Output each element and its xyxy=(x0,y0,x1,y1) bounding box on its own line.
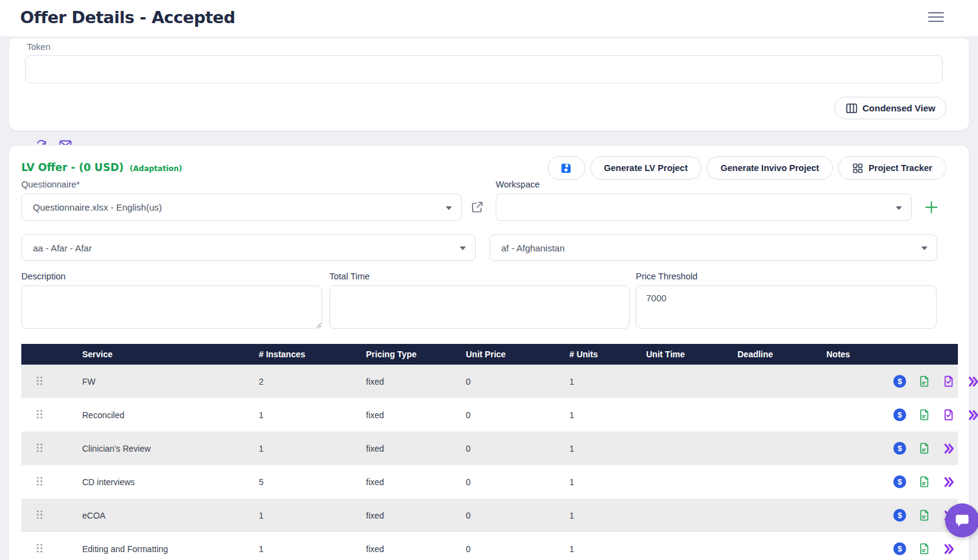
unit-price-cell: 0 xyxy=(466,544,569,554)
questionnaire-label: Questionnaire* xyxy=(21,180,80,189)
save-icon xyxy=(560,162,572,175)
questionnaire-value: Questionnaire.xlsx - English(us) xyxy=(33,202,162,212)
workspace-select[interactable] xyxy=(496,194,912,221)
pricing-type-cell: fixed xyxy=(366,477,466,487)
add-workspace-icon[interactable] xyxy=(924,200,939,217)
chat-fab-button[interactable] xyxy=(945,503,978,537)
units-cell: 1 xyxy=(569,377,646,387)
service-cell: eCOA xyxy=(82,511,259,520)
table-row: Editing and Formatting 1 fixed 0 1 xyxy=(21,532,958,560)
unit-price-cell: 0 xyxy=(466,511,569,520)
price-dollar-icon[interactable] xyxy=(893,509,906,522)
country-value: af - Afghanistan xyxy=(501,243,565,253)
table-row: eCOA 1 fixed 0 1 xyxy=(21,499,958,532)
expand-chevrons-icon[interactable] xyxy=(967,409,978,421)
price-dollar-icon[interactable] xyxy=(893,442,906,455)
chat-bubble-icon xyxy=(954,512,971,529)
save-button[interactable] xyxy=(547,156,585,180)
instances-cell: 1 xyxy=(259,544,366,554)
document-icon[interactable] xyxy=(918,509,931,522)
grid-icon xyxy=(852,163,864,174)
table-row: Clinician's Review 1 fixed 0 1 xyxy=(21,432,958,465)
top-bar: Offer Details - Accepted xyxy=(0,0,978,37)
drag-handle-icon[interactable] xyxy=(36,443,43,455)
expand-chevrons-icon[interactable] xyxy=(943,543,955,555)
description-textarea[interactable] xyxy=(21,285,322,329)
price-threshold-input[interactable] xyxy=(636,285,937,329)
drag-handle-icon[interactable] xyxy=(36,376,43,388)
service-cell: Reconciled xyxy=(82,410,259,420)
generate-lv-project-button[interactable]: Generate LV Project xyxy=(590,156,702,180)
chevron-down-icon xyxy=(446,206,452,210)
pricing-type-cell: fixed xyxy=(366,377,466,387)
unit-price-cell: 0 xyxy=(466,410,569,420)
expand-chevrons-icon[interactable] xyxy=(943,476,955,488)
units-cell: 1 xyxy=(569,444,646,453)
col-units: # Units xyxy=(569,349,646,359)
drag-handle-icon[interactable] xyxy=(36,509,43,522)
document-check-icon[interactable] xyxy=(943,375,955,388)
page-title: Offer Details - Accepted xyxy=(20,8,235,27)
total-time-input[interactable] xyxy=(329,285,630,329)
condensed-view-button[interactable]: Condensed View xyxy=(834,97,946,119)
unit-price-cell: 0 xyxy=(466,444,569,453)
price-threshold-label: Price Threshold xyxy=(636,271,697,281)
pricing-type-cell: fixed xyxy=(366,444,466,453)
expand-chevrons-icon[interactable] xyxy=(943,443,955,455)
table-row: FW 2 fixed 0 1 xyxy=(21,365,958,398)
token-card: Token Condensed View xyxy=(9,38,969,131)
language-value: aa - Afar - Afar xyxy=(33,243,92,253)
chevron-down-icon xyxy=(896,206,902,210)
instances-cell: 5 xyxy=(259,477,366,487)
workspace-label: Workspace xyxy=(496,180,540,189)
pricing-type-cell: fixed xyxy=(366,511,466,520)
document-icon[interactable] xyxy=(918,475,931,488)
document-check-icon[interactable] xyxy=(943,408,955,421)
token-label: Token xyxy=(27,42,51,52)
table-body: FW 2 fixed 0 1 xyxy=(21,365,958,560)
chevron-down-icon xyxy=(921,247,927,250)
units-cell: 1 xyxy=(569,511,646,520)
columns-icon xyxy=(845,102,858,114)
offer-card: LV Offer - (0 USD)(Adaptation) Generate … xyxy=(9,145,969,560)
document-icon[interactable] xyxy=(918,408,931,421)
col-unit-time: Unit Time xyxy=(646,349,737,359)
total-time-label: Total Time xyxy=(329,271,370,281)
units-cell: 1 xyxy=(569,410,646,420)
offer-toolbar: Generate LV Project Generate Invivo Proj… xyxy=(547,156,946,180)
unit-price-cell: 0 xyxy=(466,477,569,487)
price-dollar-icon[interactable] xyxy=(893,542,906,555)
instances-cell: 2 xyxy=(259,377,366,387)
pricing-type-cell: fixed xyxy=(366,410,466,420)
col-service: Service xyxy=(82,349,259,359)
table-row: Reconciled 1 fixed 0 1 xyxy=(21,398,958,432)
price-dollar-icon[interactable] xyxy=(893,408,906,421)
questionnaire-select[interactable]: Questionnaire.xlsx - English(us) xyxy=(21,194,462,221)
external-link-icon[interactable] xyxy=(470,200,484,217)
chevron-down-icon xyxy=(460,247,466,250)
drag-handle-icon[interactable] xyxy=(36,476,43,488)
menu-icon[interactable] xyxy=(928,12,944,23)
col-deadline: Deadline xyxy=(737,349,826,359)
units-cell: 1 xyxy=(569,544,646,554)
service-cell: Clinician's Review xyxy=(82,444,259,453)
drag-handle-icon[interactable] xyxy=(36,543,43,555)
project-tracker-button[interactable]: Project Tracker xyxy=(838,156,946,180)
unit-price-cell: 0 xyxy=(466,377,569,387)
token-input[interactable] xyxy=(25,55,943,83)
units-cell: 1 xyxy=(569,477,646,487)
document-icon[interactable] xyxy=(918,542,931,555)
drag-handle-icon[interactable] xyxy=(36,409,43,421)
expand-chevrons-icon[interactable] xyxy=(967,376,978,388)
document-icon[interactable] xyxy=(918,442,931,455)
description-label: Description xyxy=(21,271,66,281)
language-select[interactable]: aa - Afar - Afar xyxy=(21,234,476,261)
table-header-row: Service # Instances Pricing Type Unit Pr… xyxy=(21,344,958,365)
generate-invivo-project-button[interactable]: Generate Invivo Project xyxy=(706,156,833,180)
price-dollar-icon[interactable] xyxy=(893,375,906,388)
service-cell: Editing and Formatting xyxy=(82,544,259,554)
document-icon[interactable] xyxy=(918,375,931,388)
service-cell: FW xyxy=(82,377,259,387)
price-dollar-icon[interactable] xyxy=(893,475,906,488)
country-select[interactable]: af - Afghanistan xyxy=(490,234,937,261)
